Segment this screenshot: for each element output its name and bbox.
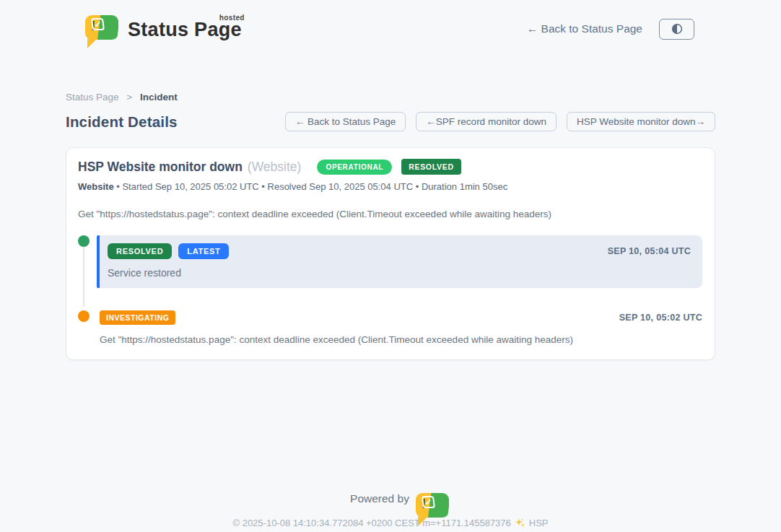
incident-timeline: RESOLVED LATEST SEP 10, 05:04 UTC Servic… (78, 235, 702, 345)
resolved-status-badge: RESOLVED (401, 159, 461, 175)
copyright-suffix: HSP (529, 518, 549, 528)
logo-brand-text: Status Page hosted (128, 19, 242, 41)
timeline-entry-investigating: INVESTIGATING SEP 10, 05:02 UTC Get "htt… (78, 310, 702, 345)
timeline-resolved-badge: RESOLVED (108, 243, 172, 259)
breadcrumb-root[interactable]: Status Page (66, 92, 119, 103)
theme-toggle-button[interactable] (659, 19, 694, 40)
header: ! ✓ Status Page hosted ← Back to Status … (0, 0, 781, 55)
powered-by-logo-icon[interactable]: ! ✓ (416, 492, 431, 506)
incident-meta-details: • Started Sep 10, 2025 05:02 UTC • Resol… (116, 181, 507, 192)
breadcrumb: Status Page > Incident (66, 92, 715, 103)
copyright-text: © 2025-10-08 14:10:34.772084 +0200 CEST … (232, 518, 510, 528)
sparkles-icon (515, 518, 525, 528)
incident-description: Get "https://hostedstatus.page": context… (78, 209, 702, 219)
page-title: Incident Details (66, 113, 178, 131)
timeline-entry-resolved: RESOLVED LATEST SEP 10, 05:04 UTC Servic… (78, 235, 702, 288)
powered-by: Powered by ! ✓ (0, 492, 781, 506)
timeline-timestamp: SEP 10, 05:04 UTC (608, 246, 691, 256)
breadcrumb-separator: > (126, 92, 132, 103)
back-to-status-page-button[interactable]: ← Back to Status Page (285, 112, 406, 131)
incident-card: HSP Website monitor down (Website) OPERA… (66, 147, 715, 360)
logo-bubble-tail (87, 39, 97, 48)
contrast-icon (671, 22, 684, 35)
logo-tagline: hosted (219, 14, 245, 22)
title-row: Incident Details ← Back to Status Page ←… (66, 112, 715, 131)
incident-title: HSP Website monitor down (78, 160, 243, 175)
timeline-message: Get "https://hostedstatus.page": context… (100, 334, 702, 345)
powered-by-label: Powered by (350, 492, 409, 505)
main-content: Status Page > Incident Incident Details … (66, 92, 715, 360)
timeline-dot-orange (78, 310, 90, 322)
logo-checkmark-icon: ✓ (91, 18, 105, 30)
timeline-dot-green (78, 235, 90, 247)
breadcrumb-current: Incident (140, 92, 178, 103)
timeline-timestamp: SEP 10, 05:02 UTC (619, 313, 702, 323)
previous-incident-button[interactable]: ←SPF record monitor down (416, 112, 557, 131)
copyright: © 2025-10-08 14:10:34.772084 +0200 CEST … (0, 518, 781, 528)
incident-meta: Website • Started Sep 10, 2025 05:02 UTC… (78, 181, 702, 192)
header-back-link[interactable]: ← Back to Status Page (527, 22, 642, 35)
operational-status-badge: OPERATIONAL (317, 160, 392, 175)
header-actions: ← Back to Status Page (527, 19, 694, 40)
timeline-highlight-box: RESOLVED LATEST SEP 10, 05:04 UTC Servic… (97, 235, 702, 288)
next-incident-button[interactable]: HSP Website monitor down→ (567, 112, 715, 131)
incident-component: (Website) (248, 160, 302, 175)
logo-bubble-icon: ! ✓ (85, 14, 118, 44)
timeline-message: Service restored (108, 267, 691, 279)
incident-meta-component: Website (78, 181, 114, 192)
incident-card-header: HSP Website monitor down (Website) OPERA… (78, 159, 702, 175)
status-page-logo[interactable]: ! ✓ Status Page hosted (85, 14, 242, 44)
incident-nav-buttons: ← Back to Status Page ←SPF record monito… (285, 112, 715, 131)
timeline-latest-badge: LATEST (178, 243, 229, 259)
timeline-investigating-badge: INVESTIGATING (100, 310, 175, 325)
